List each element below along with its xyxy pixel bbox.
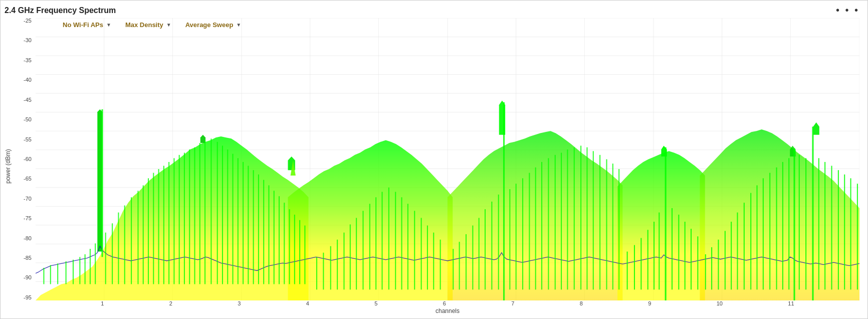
svg-rect-123 (541, 162, 542, 289)
menu-dots-button[interactable]: • • • (836, 5, 859, 16)
x-tick-5: 5 (374, 300, 377, 306)
svg-rect-58 (148, 178, 149, 284)
svg-rect-53 (118, 213, 119, 284)
svg-rect-125 (555, 155, 556, 290)
svg-rect-60 (158, 169, 159, 284)
svg-rect-137 (634, 245, 635, 290)
x-tick-10: 10 (717, 300, 723, 306)
svg-rect-119 (516, 184, 517, 289)
svg-rect-63 (173, 158, 174, 284)
svg-rect-71 (217, 142, 218, 284)
svg-rect-79 (258, 175, 259, 284)
svg-rect-50 (102, 109, 103, 257)
svg-rect-141 (659, 213, 660, 290)
wifi-aps-dropdown[interactable]: No Wi-Fi APs ▼ (61, 20, 113, 30)
dropdowns-overlay: No Wi-Fi APs ▼ Max Density ▼ Average Swe… (61, 20, 243, 30)
svg-rect-129 (580, 145, 581, 289)
svg-rect-162 (793, 148, 795, 300)
svg-marker-39 (813, 122, 819, 135)
x-tick-6: 6 (443, 300, 446, 306)
svg-rect-81 (268, 185, 269, 284)
svg-rect-86 (294, 215, 295, 284)
svg-rect-77 (248, 166, 249, 284)
svg-rect-105 (421, 218, 422, 289)
svg-rect-52 (112, 223, 113, 284)
svg-rect-151 (725, 231, 726, 289)
svg-rect-108 (440, 240, 441, 290)
svg-rect-45 (73, 260, 74, 284)
svg-rect-69 (204, 140, 205, 284)
svg-rect-56 (137, 191, 138, 284)
svg-rect-147 (697, 236, 698, 289)
svg-rect-166 (818, 158, 819, 289)
svg-marker-31 (617, 151, 705, 300)
y-tick: -35 (15, 58, 34, 63)
chart-title: 2.4 GHz Frequency Spectrum (5, 6, 116, 15)
svg-rect-99 (381, 192, 382, 289)
svg-rect-139 (647, 230, 648, 289)
svg-rect-68 (199, 143, 200, 284)
chart-inner: -25 -30 -35 -40 -45 -50 -55 -60 -65 -70 … (15, 18, 859, 314)
svg-rect-145 (685, 222, 686, 289)
svg-rect-100 (388, 188, 389, 290)
svg-rect-41 (43, 268, 44, 284)
svg-rect-91 (330, 246, 331, 290)
svg-rect-124 (548, 158, 549, 289)
svg-rect-97 (369, 204, 370, 289)
density-dropdown[interactable]: Max Density ▼ (123, 20, 173, 30)
spectrum-svg (36, 18, 859, 300)
svg-rect-55 (131, 197, 132, 284)
svg-rect-140 (654, 222, 655, 289)
x-axis-area: 1 2 3 4 5 6 7 8 9 10 11 channels (36, 300, 859, 314)
svg-rect-49 (95, 243, 96, 284)
sweep-label: Average Sweep (185, 21, 234, 29)
svg-rect-112 (472, 226, 473, 290)
svg-rect-64 (179, 155, 180, 284)
svg-rect-44 (66, 261, 67, 284)
svg-rect-66 (189, 149, 190, 284)
svg-rect-170 (844, 175, 845, 290)
svg-rect-118 (509, 189, 510, 289)
svg-rect-136 (627, 252, 628, 290)
x-tick-7: 7 (511, 300, 514, 306)
svg-rect-75 (238, 158, 239, 284)
svg-rect-43 (57, 263, 58, 284)
svg-rect-82 (274, 191, 275, 284)
svg-rect-164 (805, 158, 806, 289)
svg-rect-57 (143, 185, 144, 284)
svg-rect-78 (253, 170, 254, 284)
svg-rect-59 (153, 173, 154, 284)
svg-rect-165 (812, 127, 813, 300)
svg-rect-117 (503, 102, 505, 300)
y-tick: -60 (15, 156, 34, 162)
svg-rect-168 (831, 166, 832, 289)
y-tick: -70 (15, 196, 34, 202)
svg-rect-42 (50, 265, 51, 284)
svg-rect-94 (350, 224, 351, 289)
wifi-aps-arrow: ▼ (106, 22, 111, 28)
svg-rect-133 (606, 160, 607, 290)
svg-rect-110 (459, 242, 460, 289)
sweep-dropdown[interactable]: Average Sweep ▼ (183, 20, 244, 30)
svg-rect-70 (210, 138, 211, 284)
svg-rect-61 (163, 166, 164, 284)
svg-rect-65 (184, 153, 185, 284)
y-tick: -40 (15, 77, 34, 83)
svg-rect-107 (433, 233, 434, 290)
svg-rect-48 (90, 249, 91, 284)
svg-rect-88 (304, 226, 305, 284)
svg-rect-67 (194, 147, 195, 284)
svg-rect-154 (744, 203, 745, 289)
svg-rect-115 (491, 202, 492, 289)
chart-container: 2.4 GHz Frequency Spectrum • • • power (… (0, 0, 868, 319)
svg-rect-135 (618, 169, 619, 289)
svg-rect-167 (824, 162, 825, 289)
chart-header: 2.4 GHz Frequency Spectrum • • • (5, 5, 859, 16)
svg-rect-149 (711, 247, 712, 289)
density-arrow: ▼ (166, 22, 171, 28)
svg-rect-150 (718, 240, 719, 290)
y-axis-label: power (dBm) (5, 18, 14, 314)
svg-rect-80 (263, 180, 264, 284)
y-tick: -75 (15, 216, 34, 221)
grid-and-data: No Wi-Fi APs ▼ Max Density ▼ Average Swe… (36, 18, 859, 300)
